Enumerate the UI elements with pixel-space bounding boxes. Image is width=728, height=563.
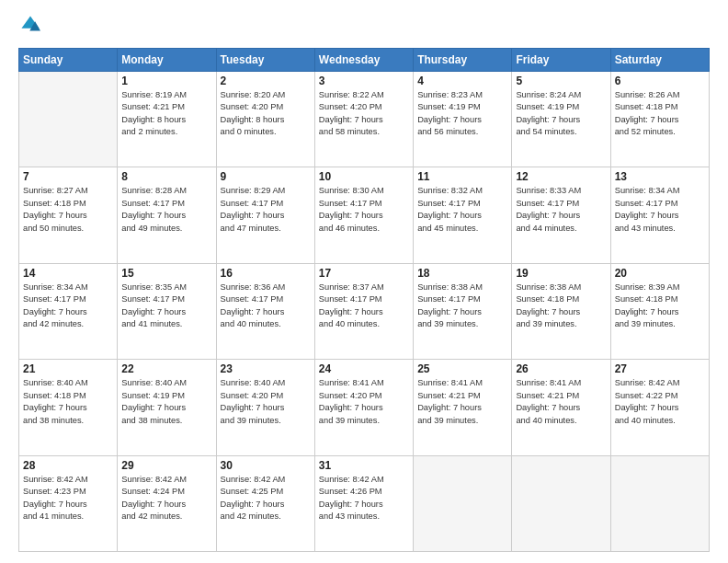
day-info: Sunrise: 8:40 AMSunset: 4:20 PMDaylight:… <box>221 377 311 427</box>
day-info: Sunrise: 8:42 AMSunset: 4:26 PMDaylight:… <box>319 474 409 523</box>
calendar-cell: 10Sunrise: 8:30 AMSunset: 4:17 PMDayligh… <box>314 167 413 263</box>
calendar-cell: 24Sunrise: 8:41 AMSunset: 4:20 PMDayligh… <box>314 360 413 455</box>
calendar-cell: 22Sunrise: 8:40 AMSunset: 4:19 PMDayligh… <box>118 360 216 455</box>
day-number: 4 <box>417 75 507 87</box>
day-info: Sunrise: 8:40 AMSunset: 4:19 PMDaylight:… <box>121 377 211 427</box>
calendar-cell <box>414 455 512 551</box>
day-info: Sunrise: 8:32 AMSunset: 4:17 PMDaylight:… <box>417 185 507 235</box>
day-number: 13 <box>615 170 705 183</box>
day-number: 5 <box>516 75 606 87</box>
calendar-cell <box>19 72 118 167</box>
week-row-3: 14Sunrise: 8:34 AMSunset: 4:17 PMDayligh… <box>19 263 710 359</box>
day-info: Sunrise: 8:41 AMSunset: 4:21 PMDaylight:… <box>417 377 507 427</box>
calendar-cell: 28Sunrise: 8:42 AMSunset: 4:23 PMDayligh… <box>19 455 118 551</box>
calendar-header-row: SundayMondayTuesdayWednesdayThursdayFrid… <box>19 49 710 72</box>
calendar-cell <box>512 455 610 551</box>
col-header-saturday: Saturday <box>610 49 709 72</box>
week-row-2: 7Sunrise: 8:27 AMSunset: 4:18 PMDaylight… <box>19 167 710 263</box>
day-info: Sunrise: 8:42 AMSunset: 4:25 PMDaylight:… <box>221 474 311 523</box>
col-header-tuesday: Tuesday <box>216 49 314 72</box>
calendar-cell: 17Sunrise: 8:37 AMSunset: 4:17 PMDayligh… <box>314 263 413 359</box>
day-info: Sunrise: 8:33 AMSunset: 4:17 PMDaylight:… <box>516 185 606 235</box>
day-info: Sunrise: 8:40 AMSunset: 4:18 PMDaylight:… <box>23 377 113 427</box>
day-number: 14 <box>23 267 113 280</box>
day-number: 9 <box>221 170 311 183</box>
day-info: Sunrise: 8:42 AMSunset: 4:23 PMDaylight:… <box>23 474 113 523</box>
day-info: Sunrise: 8:34 AMSunset: 4:17 PMDaylight:… <box>23 282 113 331</box>
logo <box>18 15 44 39</box>
day-info: Sunrise: 8:23 AMSunset: 4:19 PMDaylight:… <box>417 89 507 139</box>
day-info: Sunrise: 8:41 AMSunset: 4:20 PMDaylight:… <box>319 377 409 427</box>
calendar-cell: 4Sunrise: 8:23 AMSunset: 4:19 PMDaylight… <box>414 72 512 167</box>
col-header-monday: Monday <box>118 49 216 72</box>
calendar-cell: 11Sunrise: 8:32 AMSunset: 4:17 PMDayligh… <box>414 167 512 263</box>
day-info: Sunrise: 8:39 AMSunset: 4:18 PMDaylight:… <box>615 282 705 331</box>
col-header-sunday: Sunday <box>19 49 118 72</box>
day-info: Sunrise: 8:34 AMSunset: 4:17 PMDaylight:… <box>615 185 705 235</box>
calendar-cell: 26Sunrise: 8:41 AMSunset: 4:21 PMDayligh… <box>512 360 610 455</box>
calendar-cell: 18Sunrise: 8:38 AMSunset: 4:17 PMDayligh… <box>414 263 512 359</box>
calendar-cell: 3Sunrise: 8:22 AMSunset: 4:20 PMDaylight… <box>314 72 413 167</box>
col-header-wednesday: Wednesday <box>314 49 413 72</box>
day-number: 22 <box>121 362 211 375</box>
day-number: 3 <box>319 75 409 87</box>
calendar-cell: 29Sunrise: 8:42 AMSunset: 4:24 PMDayligh… <box>118 455 216 551</box>
day-number: 6 <box>615 75 705 87</box>
day-info: Sunrise: 8:35 AMSunset: 4:17 PMDaylight:… <box>121 282 211 331</box>
page: SundayMondayTuesdayWednesdayThursdayFrid… <box>0 0 728 563</box>
day-number: 1 <box>121 75 211 87</box>
day-info: Sunrise: 8:29 AMSunset: 4:17 PMDaylight:… <box>221 185 311 235</box>
col-header-thursday: Thursday <box>414 49 512 72</box>
day-info: Sunrise: 8:27 AMSunset: 4:18 PMDaylight:… <box>23 185 113 235</box>
calendar-cell: 8Sunrise: 8:28 AMSunset: 4:17 PMDaylight… <box>118 167 216 263</box>
day-number: 23 <box>221 362 311 375</box>
day-info: Sunrise: 8:42 AMSunset: 4:22 PMDaylight:… <box>615 377 705 427</box>
calendar-cell: 20Sunrise: 8:39 AMSunset: 4:18 PMDayligh… <box>610 263 709 359</box>
logo-icon <box>20 15 40 35</box>
calendar-cell: 13Sunrise: 8:34 AMSunset: 4:17 PMDayligh… <box>610 167 709 263</box>
week-row-5: 28Sunrise: 8:42 AMSunset: 4:23 PMDayligh… <box>19 455 710 551</box>
day-info: Sunrise: 8:38 AMSunset: 4:18 PMDaylight:… <box>516 282 606 331</box>
day-info: Sunrise: 8:28 AMSunset: 4:17 PMDaylight:… <box>121 185 211 235</box>
day-number: 7 <box>23 170 113 183</box>
week-row-1: 1Sunrise: 8:19 AMSunset: 4:21 PMDaylight… <box>19 72 710 167</box>
calendar-cell: 7Sunrise: 8:27 AMSunset: 4:18 PMDaylight… <box>19 167 118 263</box>
day-info: Sunrise: 8:20 AMSunset: 4:20 PMDaylight:… <box>221 89 311 139</box>
day-number: 21 <box>23 362 113 375</box>
calendar-cell: 1Sunrise: 8:19 AMSunset: 4:21 PMDaylight… <box>118 72 216 167</box>
calendar-cell: 27Sunrise: 8:42 AMSunset: 4:22 PMDayligh… <box>610 360 709 455</box>
day-info: Sunrise: 8:37 AMSunset: 4:17 PMDaylight:… <box>319 282 409 331</box>
col-header-friday: Friday <box>512 49 610 72</box>
calendar-cell: 15Sunrise: 8:35 AMSunset: 4:17 PMDayligh… <box>118 263 216 359</box>
day-info: Sunrise: 8:30 AMSunset: 4:17 PMDaylight:… <box>319 185 409 235</box>
header <box>18 15 710 39</box>
day-number: 20 <box>615 267 705 280</box>
day-number: 27 <box>615 362 705 375</box>
day-info: Sunrise: 8:42 AMSunset: 4:24 PMDaylight:… <box>121 474 211 523</box>
day-number: 28 <box>23 459 113 472</box>
day-number: 24 <box>319 362 409 375</box>
day-number: 25 <box>417 362 507 375</box>
calendar-cell: 5Sunrise: 8:24 AMSunset: 4:19 PMDaylight… <box>512 72 610 167</box>
day-number: 11 <box>417 170 507 183</box>
day-number: 31 <box>319 459 409 472</box>
day-info: Sunrise: 8:19 AMSunset: 4:21 PMDaylight:… <box>121 89 211 139</box>
calendar-cell: 23Sunrise: 8:40 AMSunset: 4:20 PMDayligh… <box>216 360 314 455</box>
calendar-cell: 31Sunrise: 8:42 AMSunset: 4:26 PMDayligh… <box>314 455 413 551</box>
day-number: 12 <box>516 170 606 183</box>
day-number: 19 <box>516 267 606 280</box>
calendar-cell: 16Sunrise: 8:36 AMSunset: 4:17 PMDayligh… <box>216 263 314 359</box>
calendar-cell: 25Sunrise: 8:41 AMSunset: 4:21 PMDayligh… <box>414 360 512 455</box>
day-number: 17 <box>319 267 409 280</box>
day-info: Sunrise: 8:38 AMSunset: 4:17 PMDaylight:… <box>417 282 507 331</box>
calendar-cell: 6Sunrise: 8:26 AMSunset: 4:18 PMDaylight… <box>610 72 709 167</box>
day-info: Sunrise: 8:36 AMSunset: 4:17 PMDaylight:… <box>221 282 311 331</box>
calendar-table: SundayMondayTuesdayWednesdayThursdayFrid… <box>18 48 710 552</box>
day-number: 15 <box>121 267 211 280</box>
calendar-cell: 30Sunrise: 8:42 AMSunset: 4:25 PMDayligh… <box>216 455 314 551</box>
day-number: 29 <box>121 459 211 472</box>
calendar-cell: 19Sunrise: 8:38 AMSunset: 4:18 PMDayligh… <box>512 263 610 359</box>
day-number: 30 <box>221 459 311 472</box>
day-number: 10 <box>319 170 409 183</box>
day-info: Sunrise: 8:41 AMSunset: 4:21 PMDaylight:… <box>516 377 606 427</box>
